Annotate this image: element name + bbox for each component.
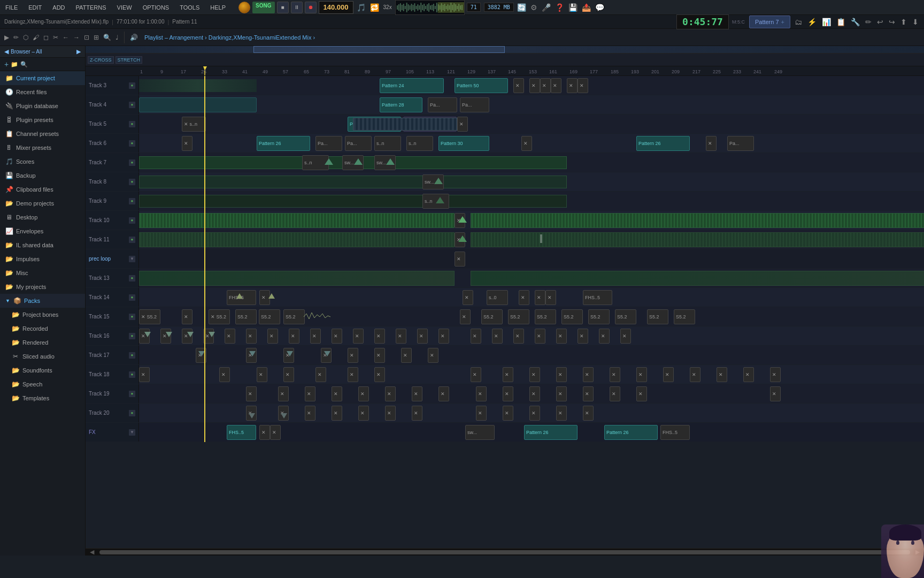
list-item[interactable]: ✕ xyxy=(770,367,781,382)
list-item[interactable]: s..0 xyxy=(487,290,508,305)
list-item[interactable]: ✕ xyxy=(396,329,406,344)
sidebar-item-backup[interactable]: 💾 Backup xyxy=(0,169,85,182)
sidebar-item-demo[interactable]: 📂 Demo projects xyxy=(0,196,85,210)
list-item[interactable]: ✕ xyxy=(583,386,594,401)
list-item[interactable]: Pa... xyxy=(315,136,342,151)
list-item[interactable]: ✕ xyxy=(513,329,524,344)
list-item[interactable]: ✕ xyxy=(428,348,438,363)
list-item[interactable]: ✕ xyxy=(706,136,717,151)
sidebar-item-il-shared[interactable]: 📂 IL shared data xyxy=(0,238,85,252)
draw-mode-icon[interactable]: ✏ xyxy=(12,33,20,42)
stretch-toggle[interactable]: STRETCH xyxy=(116,56,143,64)
list-item[interactable]: ✕ xyxy=(219,367,230,382)
list-item[interactable]: ✕ xyxy=(182,309,192,324)
toolbar-icon-10[interactable]: ⬇ xyxy=(911,17,920,27)
list-item[interactable]: ✕ xyxy=(578,78,588,93)
list-item[interactable]: ✕ xyxy=(535,290,545,305)
list-item[interactable]: ✕ xyxy=(457,117,468,132)
list-item[interactable]: s..n xyxy=(406,136,433,151)
list-item[interactable]: ✕ xyxy=(353,329,364,344)
mic-icon[interactable]: 🎤 xyxy=(541,2,552,13)
sidebar-item-soundfonts[interactable]: 📂 Soundfonts xyxy=(0,363,85,377)
list-item[interactable]: ✕ xyxy=(556,406,567,421)
speed-icon[interactable]: 32x xyxy=(382,3,393,11)
list-item[interactable]: ✕ xyxy=(529,386,540,401)
list-item[interactable]: ✕ xyxy=(521,136,532,151)
prec-expand[interactable]: ▼ xyxy=(129,256,135,262)
menu-options[interactable]: OPTIONS xyxy=(141,3,172,12)
list-item[interactable]: ✕ xyxy=(556,329,567,344)
metronome-icon[interactable]: 🎵 xyxy=(356,2,367,13)
toolbar-icon-3[interactable]: 📊 xyxy=(821,17,832,27)
sidebar-item-scores[interactable]: 🎵 Scores xyxy=(0,155,85,169)
menu-tools[interactable]: TOOLS xyxy=(178,3,202,12)
list-item[interactable]: S5.2 xyxy=(235,309,257,324)
track11-mute[interactable]: ● xyxy=(129,237,135,243)
list-item[interactable]: ✕ xyxy=(278,386,289,401)
brush-mode-icon[interactable]: 🖌 xyxy=(32,33,40,42)
list-item[interactable]: ✕ xyxy=(519,290,529,305)
pattern-selector[interactable]: Pattern 7 + xyxy=(749,16,790,28)
list-item[interactable]: ✕ xyxy=(283,367,294,382)
list-item[interactable]: S5.2 xyxy=(588,309,610,324)
list-item[interactable]: ✕ xyxy=(529,406,540,421)
sidebar-item-recent-files[interactable]: 🕐 Recent files xyxy=(0,85,85,99)
track20-mute[interactable]: ● xyxy=(129,410,135,416)
sidebar-item-envelopes[interactable]: 📈 Envelopes xyxy=(0,224,85,238)
list-item[interactable]: S5.2 xyxy=(535,309,556,324)
list-item[interactable]: ✕ xyxy=(246,329,257,344)
track5-mute[interactable]: ● xyxy=(129,121,135,127)
menu-help[interactable]: HELP xyxy=(208,3,228,12)
menu-edit[interactable]: EDIT xyxy=(26,3,44,12)
list-item[interactable]: ✕ xyxy=(770,386,781,401)
list-item[interactable]: ✕ xyxy=(513,78,524,93)
track10-mute[interactable]: ● xyxy=(129,217,135,224)
list-item[interactable]: ✕ xyxy=(529,367,540,382)
list-item[interactable]: ✕ xyxy=(257,367,267,382)
list-item[interactable]: ✕ xyxy=(471,329,481,344)
list-item[interactable]: ✕ xyxy=(503,386,513,401)
erase-mode-icon[interactable]: ◻ xyxy=(42,33,50,42)
list-item[interactable]: ✕ xyxy=(412,406,422,421)
toolbar-icon-7[interactable]: ↩ xyxy=(876,17,884,27)
list-item[interactable]: ✕ S5.2 xyxy=(139,309,160,324)
export-icon[interactable]: 📤 xyxy=(581,2,592,13)
list-item[interactable]: ✕ xyxy=(583,367,594,382)
list-item[interactable]: ✕ xyxy=(332,406,342,421)
list-item[interactable]: ✕ xyxy=(305,406,315,421)
stop-button[interactable]: ■ xyxy=(277,2,289,13)
list-item[interactable]: ✕ xyxy=(610,367,620,382)
list-item[interactable]: ✕ xyxy=(503,406,513,421)
list-item[interactable]: sw... xyxy=(465,425,495,440)
list-item[interactable]: ✕ xyxy=(348,367,358,382)
list-item[interactable]: s..n xyxy=(374,136,401,151)
list-item[interactable]: Pattern 26 xyxy=(636,136,690,151)
playlist-play-icon[interactable]: ▶ xyxy=(3,33,10,42)
horizontal-scrollbar[interactable]: ◀ ▶ xyxy=(86,548,924,556)
sidebar-item-rendered[interactable]: 📂 Rendered xyxy=(0,336,85,349)
list-item[interactable]: ✕ xyxy=(567,78,578,93)
list-item[interactable]: ✕ s..n xyxy=(182,117,206,132)
track19-mute[interactable]: ● xyxy=(129,391,135,397)
list-item[interactable]: ✕ xyxy=(310,329,321,344)
help-icon[interactable]: ❓ xyxy=(554,2,565,13)
pause-button[interactable]: ⏸ xyxy=(291,2,303,13)
list-item[interactable]: Pattern 26 xyxy=(524,425,578,440)
list-item[interactable]: S5.2 xyxy=(647,309,668,324)
toolbar-icon-4[interactable]: 📋 xyxy=(835,17,846,27)
menu-add[interactable]: ADD xyxy=(50,3,67,12)
list-item[interactable]: ✕ xyxy=(332,329,342,344)
list-item[interactable]: ✕ xyxy=(139,367,150,382)
sidebar-search-icon[interactable]: 🔍 xyxy=(20,61,28,68)
list-item[interactable]: S5.2 xyxy=(283,309,305,324)
track4-mute[interactable]: ● xyxy=(129,102,135,108)
sidebar-item-clipboard[interactable]: 📌 Clipboard files xyxy=(0,182,85,196)
list-item[interactable]: ✕ xyxy=(267,329,278,344)
loop-icon[interactable]: 🔁 xyxy=(369,2,380,13)
list-item[interactable]: ✕ xyxy=(438,386,449,401)
redo-pl-icon[interactable]: → xyxy=(72,33,81,42)
track7-mute[interactable]: ● xyxy=(129,159,135,166)
list-item[interactable]: ✕ xyxy=(663,367,674,382)
list-item[interactable]: ✕ xyxy=(620,329,631,344)
list-item[interactable]: ✕ xyxy=(374,329,385,344)
